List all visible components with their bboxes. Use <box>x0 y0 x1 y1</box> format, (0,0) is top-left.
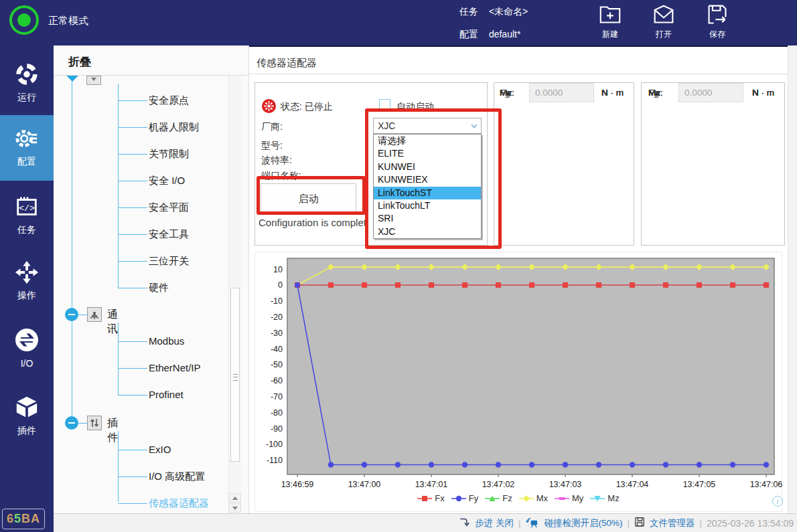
step-status-label[interactable]: 步进 关闭 <box>475 517 514 529</box>
svg-text:13:47:02: 13:47:02 <box>482 480 515 489</box>
sidebar-item-plugin[interactable]: 插件 <box>0 395 54 437</box>
svg-text:13:47:06: 13:47:06 <box>750 480 783 489</box>
legend-item-My: My <box>555 493 583 503</box>
vendor-select[interactable]: XJC <box>373 118 482 134</box>
tree-item[interactable]: 传感器适配器 <box>118 490 209 517</box>
svg-text:</>: </> <box>19 203 35 213</box>
force-label: Mz: <box>648 88 663 98</box>
main-scrollbar-track[interactable] <box>788 46 797 513</box>
force-unit: N · m <box>601 88 624 98</box>
sidebar-item-run[interactable]: 运行 <box>0 62 54 104</box>
save-button[interactable]: 保存 <box>700 4 735 41</box>
svg-text:13:47:01: 13:47:01 <box>415 480 448 489</box>
force-row: Mz: 0.0000 N · m <box>642 83 784 102</box>
antenna-icon <box>87 307 102 322</box>
task-value: <未命名> <box>489 6 528 17</box>
start-button[interactable]: 启动 <box>261 183 356 214</box>
collapsed-node-arrow-icon <box>66 76 78 82</box>
svg-text:-60: -60 <box>271 376 283 385</box>
svg-text:-70: -70 <box>271 392 283 402</box>
open-button[interactable]: 打开 <box>646 4 681 41</box>
cube-icon <box>14 411 40 422</box>
force-chart: 100-10-20-30-40-50-60-70-80-90-100-11013… <box>255 252 783 513</box>
tree-item[interactable]: EtherNet/IP <box>118 355 201 381</box>
safety-children-group: 安全原点机器人限制关节限制安全 I/O安全平面安全工具三位开关硬件 <box>118 87 199 301</box>
tree-item[interactable]: 三位开关 <box>118 248 199 274</box>
tree-item[interactable]: ExIO <box>118 436 209 463</box>
collapse-header[interactable]: 折叠 <box>68 54 91 70</box>
svg-text:-110: -110 <box>267 456 283 465</box>
tree-item[interactable]: 安全平面 <box>118 194 199 221</box>
config-row: 配置 default* <box>459 29 520 41</box>
tree-item[interactable]: 安全工具 <box>118 221 199 248</box>
tree-item[interactable]: I/O 高级配置 <box>118 463 209 490</box>
sidebar-item-task[interactable]: </> 任务 <box>0 194 54 236</box>
force-unit: N · m <box>752 88 774 98</box>
vendor-option[interactable]: 请选择 <box>374 135 481 147</box>
legend-item-Fy: Fy <box>451 493 478 503</box>
file-manager-label[interactable]: 文件管理器 <box>650 517 695 529</box>
force-label: Mz: <box>500 88 514 98</box>
save-icon <box>705 16 729 27</box>
tree-item[interactable]: Modbus <box>118 328 201 355</box>
mode-label: 正常模式 <box>48 15 88 27</box>
status-value: 已停止 <box>305 101 333 112</box>
svg-text:-30: -30 <box>271 329 283 338</box>
svg-text:-100: -100 <box>266 440 283 449</box>
device-badge: 65BA <box>2 509 45 529</box>
svg-text:-20: -20 <box>271 313 283 322</box>
vendor-option[interactable]: SRI <box>374 212 481 225</box>
force-chart-container: 100-10-20-30-40-50-60-70-80-90-100-11013… <box>255 252 782 512</box>
step-icon <box>459 517 470 529</box>
file-manager-icon <box>634 517 645 529</box>
application-window: 正常模式 任务 <未命名> 配置 default* 新建 打开 <box>0 0 797 532</box>
vendor-option[interactable]: LinkTouchLT <box>374 199 481 212</box>
port-label: 端口名称: <box>261 170 301 182</box>
force-value-field: 0.0000 <box>678 83 743 102</box>
plugin-io-icon <box>87 416 102 430</box>
task-label: 任务 <box>459 6 478 17</box>
tree-item[interactable]: 关节限制 <box>118 141 199 167</box>
force-value-field: 0.0000 <box>529 83 594 102</box>
collision-status-label[interactable]: 碰撞检测开启(50%) <box>544 517 622 529</box>
svg-text:-40: -40 <box>271 345 283 354</box>
vendor-option[interactable]: ELITE <box>374 147 481 160</box>
sidebar-item-operate[interactable]: 操作 <box>0 260 54 302</box>
sidebar-item-io[interactable]: I/O <box>0 327 54 369</box>
left-sidebar: 运行 配置 </> 任务 <box>0 46 54 532</box>
svg-text:-90: -90 <box>271 424 283 434</box>
tree-item[interactable]: 机器人限制 <box>118 114 199 141</box>
io-swap-icon <box>13 344 40 355</box>
vendor-option[interactable]: KUNWEI <box>374 161 481 173</box>
vendor-selected-value: XJC <box>378 120 395 131</box>
vendor-option[interactable]: KUNWEIEX <box>374 173 481 186</box>
vendor-option[interactable]: LinkTouchST <box>374 187 481 199</box>
model-label: 型号: <box>261 140 283 152</box>
svg-text:-50: -50 <box>271 360 283 369</box>
tree-item[interactable]: Profinet <box>118 381 201 408</box>
baud-label: 波特率: <box>261 155 292 167</box>
sidebar-item-config[interactable]: 配置 <box>0 126 54 168</box>
gear-icon <box>14 142 40 153</box>
force-row: Mz: 0.0000 N · m <box>494 83 634 102</box>
tree-scrollbar-thumb[interactable] <box>230 288 240 462</box>
tree-item[interactable]: 安全 I/O <box>118 167 199 194</box>
vendor-option[interactable]: XJC <box>374 226 481 238</box>
svg-text:13:47:04: 13:47:04 <box>616 480 649 489</box>
info-icon[interactable]: i <box>772 496 783 507</box>
collapse-toggle-icon[interactable] <box>65 308 78 321</box>
tree-item[interactable]: 硬件 <box>118 274 199 301</box>
tree-scroll-down-button[interactable] <box>228 503 241 513</box>
autostart-checkbox[interactable] <box>379 99 390 110</box>
tree-scrollbar-track[interactable] <box>228 76 241 493</box>
collapse-toggle-icon[interactable] <box>65 416 78 430</box>
autostart-label: 自动启动 <box>396 101 434 113</box>
stopped-status-icon <box>261 98 277 116</box>
new-button[interactable]: 新建 <box>593 4 628 41</box>
tree-scroll-up-button[interactable] <box>228 493 241 503</box>
tree-item[interactable]: 安全原点 <box>118 87 199 114</box>
run-icon <box>14 78 40 89</box>
svg-text:13:46:59: 13:46:59 <box>281 480 314 489</box>
datetime-label: 2025-03-26 13:54:09 <box>707 518 794 529</box>
comm-children-group: ModbusEtherNet/IPProfinet <box>118 328 201 408</box>
